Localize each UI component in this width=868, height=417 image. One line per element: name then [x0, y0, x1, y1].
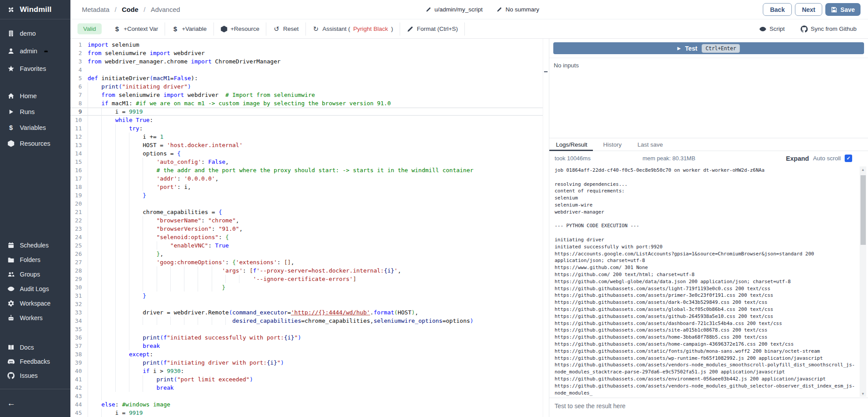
code-line-25[interactable]: 25 "enableVNC": True: [70, 241, 549, 250]
top-actions: Back Next Save: [763, 3, 861, 16]
code-line-20[interactable]: 20: [70, 199, 549, 208]
tab-logs-result[interactable]: Logs/Result: [554, 138, 589, 151]
autoscroll-checkbox[interactable]: ✓: [845, 155, 852, 162]
code-line-33[interactable]: 33 driver = webdriver.Remote(command_exe…: [70, 308, 549, 317]
code-line-14[interactable]: 14 options = {: [70, 149, 549, 158]
tab-advanced[interactable]: Advanced: [151, 6, 180, 13]
code-text: 'args': [f'--proxy-server=host.docker.in…: [88, 266, 549, 275]
code-line-11[interactable]: 11 try:: [70, 124, 549, 133]
code-line-21[interactable]: 21 chrome_capabilities = {: [70, 208, 549, 216]
save-button[interactable]: Save: [825, 3, 861, 16]
scroll-down-arrow-icon[interactable]: ▼: [860, 391, 866, 397]
sidebar-item-feedbacks[interactable]: Feedbacks: [0, 354, 70, 369]
logs-scrollbar[interactable]: ▲ ▼: [860, 166, 866, 397]
tab-history[interactable]: History: [601, 138, 624, 151]
main-area: Metadata / Code / Advanced u/admin/my_sc…: [70, 0, 868, 417]
code-line-38[interactable]: 38 except:: [70, 350, 549, 358]
sync-from-github-button[interactable]: Sync from Github: [801, 26, 857, 33]
tab-last-save[interactable]: Last save: [635, 138, 665, 151]
code-line-30[interactable]: 30 }: [70, 283, 549, 292]
code-line-26[interactable]: 26 },: [70, 250, 549, 258]
code-line-16[interactable]: 16 # the addr and the port where the pro…: [70, 166, 549, 174]
collapse-sidebar-button[interactable]: ←: [7, 399, 15, 408]
code-line-40[interactable]: 40 if i > 9930:: [70, 367, 549, 375]
editor-overview-ruler[interactable]: [543, 39, 549, 417]
code-line-19[interactable]: 19 }: [70, 191, 549, 199]
sidebar-item-schedules[interactable]: Schedules: [0, 238, 70, 252]
home-icon: [7, 92, 15, 100]
code-line-7[interactable]: 7 from seleniumwire import webdriver # I…: [70, 91, 549, 99]
scrollbar-thumb[interactable]: [861, 175, 866, 245]
sidebar-item-runs[interactable]: Runs: [0, 104, 70, 120]
sidebar-item-favorites[interactable]: Favorites: [0, 60, 70, 77]
assistant-button[interactable]: ↻Assistant (Pyright Black): [306, 19, 400, 38]
code-editor[interactable]: 1import selenium2from seleniumwire impor…: [70, 39, 549, 417]
code-line-22[interactable]: 22 "browserName": "chrome",: [70, 216, 549, 225]
code-line-42[interactable]: 42 break: [70, 384, 549, 392]
code-line-27[interactable]: 27 'goog:chromeOptions': {'extensions': …: [70, 258, 549, 266]
script-path-edit[interactable]: u/admin/my_script: [425, 6, 483, 13]
line-number: 33: [70, 308, 88, 317]
dollar-icon: $: [114, 26, 121, 33]
code-line-23[interactable]: 23 "browserVersion": "91.0",: [70, 225, 549, 233]
code-line-35[interactable]: 35: [70, 325, 549, 333]
sidebar-item-workers[interactable]: Workers: [0, 310, 70, 325]
expand-button[interactable]: Expand: [786, 155, 809, 162]
code-line-43[interactable]: 43: [70, 392, 549, 400]
sidebar-item-issues[interactable]: Issues: [0, 369, 70, 383]
code-line-41[interactable]: 41 print("port limit exceeded"): [70, 375, 549, 384]
logo-row[interactable]: Windmill: [0, 0, 70, 19]
code-line-2[interactable]: 2from seleniumwire import webdriver: [70, 49, 549, 57]
variable-button[interactable]: $+Variable: [165, 19, 213, 38]
code-line-39[interactable]: 39 print(f"initiating driver with port:{…: [70, 358, 549, 367]
sidebar-item-home[interactable]: Home: [0, 88, 70, 104]
code-line-28[interactable]: 28 'args': [f'--proxy-server=host.docker…: [70, 266, 549, 275]
code-line-32[interactable]: 32: [70, 300, 549, 308]
code-line-4[interactable]: 4: [70, 66, 549, 74]
sidebar-item-audit-logs[interactable]: Audit Logs: [0, 281, 70, 296]
reset-button[interactable]: ↺Reset: [266, 19, 305, 38]
code-line-34[interactable]: 34 desired_capabilities=chrome_capabilit…: [70, 317, 549, 325]
scroll-up-arrow-icon[interactable]: ▲: [860, 166, 866, 173]
sidebar-item-workspace[interactable]: Workspace: [0, 296, 70, 310]
sidebar-item-admin[interactable]: admin: [0, 42, 70, 60]
context-var-button[interactable]: $+Context Var: [107, 19, 165, 38]
code-line-1[interactable]: 1import selenium: [70, 41, 549, 49]
code-line-44[interactable]: 44 else: #windows image: [70, 400, 549, 409]
test-button[interactable]: ▶ Test Ctrl+Enter: [553, 42, 864, 54]
code-line-9[interactable]: 9 i = 9919: [70, 107, 549, 116]
sidebar-item-variables[interactable]: $Variables: [0, 120, 70, 136]
next-button[interactable]: Next: [795, 3, 822, 16]
tab-code[interactable]: Code: [122, 6, 139, 13]
code-line-8[interactable]: 8 if macM1: #if we are on mac m1 -> cust…: [70, 99, 549, 107]
dollar-icon: $: [7, 124, 15, 131]
code-line-31[interactable]: 31 }: [70, 292, 549, 300]
code-line-37[interactable]: 37 break: [70, 342, 549, 350]
line-number: 25: [70, 241, 88, 250]
sidebar-item-groups[interactable]: Groups: [0, 267, 70, 281]
script-view-button[interactable]: Script: [759, 26, 785, 33]
code-line-36[interactable]: 36 print(f"initiated successfully with p…: [70, 333, 549, 342]
format-ctrl-s-button[interactable]: Format (Ctrl+S): [400, 19, 464, 38]
code-line-3[interactable]: 3from webdriver_manager.chrome import Ch…: [70, 57, 549, 66]
code-line-10[interactable]: 10 while True:: [70, 116, 549, 124]
script-summary-edit[interactable]: No summary: [496, 6, 540, 13]
resource-button[interactable]: +Resource: [214, 19, 266, 38]
code-line-24[interactable]: 24 "selenoid:options": {: [70, 233, 549, 241]
code-text: }: [88, 191, 549, 199]
tab-metadata[interactable]: Metadata: [82, 6, 110, 13]
code-line-5[interactable]: 5def initiateDriver(macM1=False):: [70, 74, 549, 82]
code-line-29[interactable]: 29 '--ignore-certificate-errors']: [70, 275, 549, 283]
code-line-12[interactable]: 12 i += 1: [70, 133, 549, 141]
back-button[interactable]: Back: [763, 3, 791, 16]
code-line-6[interactable]: 6 print("initiating driver"): [70, 82, 549, 91]
code-line-13[interactable]: 13 HOST = 'host.docker.internal': [70, 141, 549, 149]
code-line-45[interactable]: 45 i = 9919: [70, 409, 549, 417]
code-line-15[interactable]: 15 'auto_config': False,: [70, 158, 549, 166]
sidebar-item-docs[interactable]: Docs: [0, 340, 70, 354]
code-line-17[interactable]: 17 'addr': '0.0.0.0',: [70, 174, 549, 183]
code-line-18[interactable]: 18 'port': i,: [70, 183, 549, 191]
sidebar-item-folders[interactable]: Folders: [0, 252, 70, 267]
sidebar-item-resources[interactable]: Resources: [0, 136, 70, 151]
sidebar-item-demo[interactable]: demo: [0, 25, 70, 42]
